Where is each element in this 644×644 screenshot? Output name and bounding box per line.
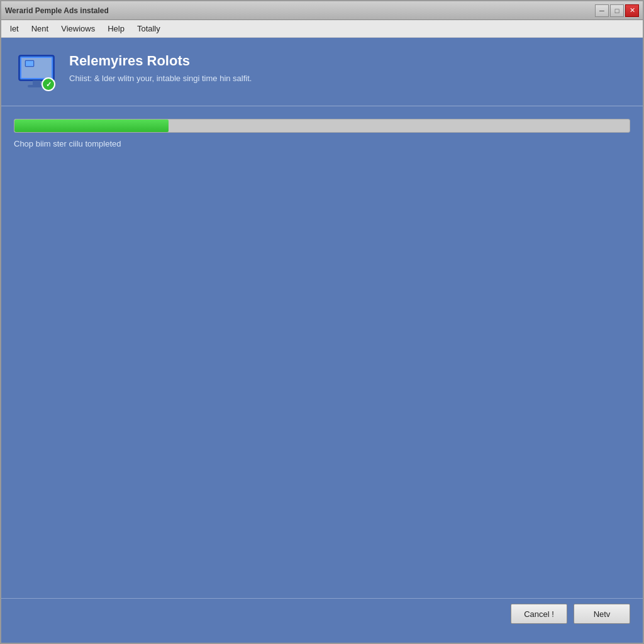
header-section: ✓ Relemyires Rolots Chiist: & lder wlitn… [1,38,643,106]
next-button[interactable]: Netv [574,604,630,624]
menu-item-let[interactable]: let [4,21,25,36]
header-text: Relemyires Rolots Chiist: & lder wlitn y… [69,50,630,84]
menu-item-help[interactable]: Help [101,21,131,36]
title-bar: Werarid Pemple Ads instaled ─ □ ✕ [1,1,643,20]
content-area: ✓ Relemyires Rolots Chiist: & lder wlitn… [1,38,643,643]
maximize-button[interactable]: □ [610,4,624,17]
progress-bar-fill [14,119,169,132]
menu-bar: let Nent Viewiows Help Totally [1,20,643,38]
minimize-button[interactable]: ─ [595,4,609,17]
menu-item-nent[interactable]: Nent [25,21,55,36]
main-wrapper: Cancel ! Netv [1,148,643,643]
header-title: Relemyires Rolots [69,53,630,69]
cancel-button[interactable]: Cancel ! [511,604,567,624]
svg-rect-6 [26,61,33,66]
menu-item-totally[interactable]: Totally [131,21,167,36]
close-button[interactable]: ✕ [625,4,639,17]
window-controls: ─ □ ✕ [595,4,639,17]
svg-rect-3 [33,80,40,86]
window-title: Werarid Pemple Ads instaled [5,6,595,15]
app-icon: ✓ [14,50,59,96]
header-divider [1,106,643,106]
svg-text:✓: ✓ [46,80,52,88]
progress-bar-container [14,119,630,133]
header-subtitle: Chiist: & lder wlitn your, intable singi… [69,73,630,84]
bottom-divider [1,598,643,599]
menu-item-viewiows[interactable]: Viewiows [55,21,101,36]
progress-label: Chop biim ster ciilu tompleted [14,139,630,148]
progress-section: Chop biim ster ciilu tompleted [1,119,643,148]
main-window: Werarid Pemple Ads instaled ─ □ ✕ let Ne… [0,0,644,644]
button-area: Cancel ! Netv [511,604,630,624]
